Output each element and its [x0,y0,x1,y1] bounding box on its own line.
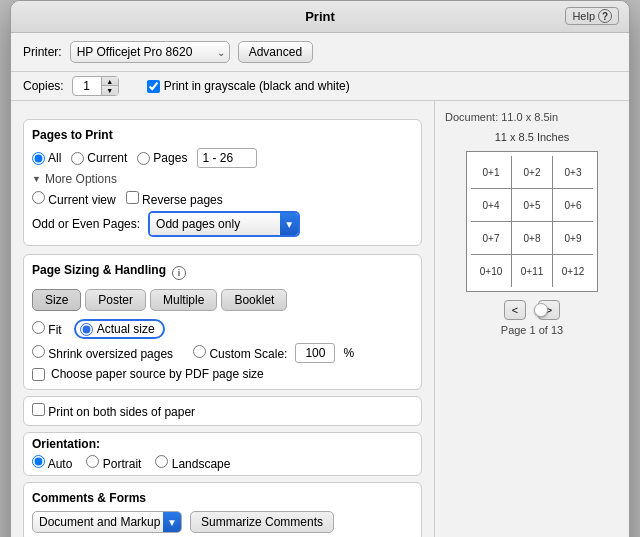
pages-range-input[interactable] [197,148,257,168]
title-bar: Print Help ? [11,1,629,33]
size-tab[interactable]: Size [32,289,81,311]
shrink-label[interactable]: Shrink oversized pages [32,345,173,361]
copies-stepper: ▲ ▼ [101,77,118,95]
preview-size-label: 11 x 8.5 Inches [495,131,570,143]
scale-input[interactable] [295,343,335,363]
copies-label: Copies: [23,79,64,93]
odd-even-row: Odd or Even Pages: Odd pages only All pa… [32,211,413,237]
portrait-radio-label[interactable]: Portrait [86,455,141,471]
fit-radio[interactable] [32,321,45,334]
nav-slider-thumb[interactable] [534,303,548,317]
preview-cell: 0+5 [512,189,552,221]
printer-select-wrapper: HP Officejet Pro 8620 [70,41,230,63]
auto-radio[interactable] [32,455,45,468]
preview-cell: 0+9 [553,222,593,254]
choose-paper-row: Choose paper source by PDF page size [32,367,413,381]
preview-cell: 0+10 [471,255,511,287]
auto-radio-label[interactable]: Auto [32,455,72,471]
sizing-title: Page Sizing & Handling [32,263,166,277]
preview-grid-container: 0+10+20+30+40+50+60+70+80+90+100+110+12 [466,151,598,292]
orientation-title: Orientation: [32,437,100,451]
choose-paper-label: Choose paper source by PDF page size [51,367,264,381]
all-radio-label[interactable]: All [32,151,61,165]
preview-cell: 0+6 [553,189,593,221]
pages-title: Pages to Print [32,128,413,142]
forms-title: Comments & Forms [32,491,413,505]
grayscale-text: Print in grayscale (black and white) [164,79,350,93]
shrink-row: Shrink oversized pages Custom Scale: % [32,343,413,363]
booklet-tab[interactable]: Booklet [221,289,287,311]
preview-cell: 0+11 [512,255,552,287]
fit-radio-label[interactable]: Fit [32,321,62,337]
orientation-row: Auto Portrait Landscape [32,455,413,471]
all-radio[interactable] [32,152,45,165]
duplex-checkbox[interactable] [32,403,45,416]
odd-even-arrow[interactable]: ▼ [280,213,298,235]
page-indicator: Page 1 of 13 [501,324,563,336]
grayscale-label[interactable]: Print in grayscale (black and white) [147,79,350,93]
preview-nav: < > [504,300,560,320]
landscape-radio-label[interactable]: Landscape [155,455,230,471]
preview-cell: 0+8 [512,222,552,254]
copies-input[interactable] [73,77,101,95]
tab-row: Size Poster Multiple Booklet [32,289,413,311]
printer-select[interactable]: HP Officejet Pro 8620 [70,41,230,63]
custom-scale-radio[interactable] [193,345,206,358]
custom-scale-label[interactable]: Custom Scale: [193,345,287,361]
preview-cell: 0+7 [471,222,511,254]
landscape-radio[interactable] [155,455,168,468]
odd-even-select[interactable]: Odd pages only All pages Even pages only [150,213,280,235]
advanced-button[interactable]: Advanced [238,41,313,63]
pages-radio-label[interactable]: Pages [137,151,187,165]
preview-grid: 0+10+20+30+40+50+60+70+80+90+100+110+12 [471,156,593,287]
orientation-section: Orientation: Auto Portrait Landscape [23,432,422,476]
preview-cell: 0+12 [553,255,593,287]
preview-cell: 0+2 [512,156,552,188]
more-options-triangle: ▼ [32,174,41,184]
poster-tab[interactable]: Poster [85,289,146,311]
reverse-pages-checkbox[interactable] [126,191,139,204]
forms-row: Document and Markups Document Document a… [32,511,413,533]
actual-size-radio[interactable] [80,323,93,336]
left-panel: Pages to Print All Current Pages [11,101,434,537]
copies-input-wrap: ▲ ▼ [72,76,119,96]
actual-size-label: Actual size [97,322,155,336]
choose-paper-checkbox[interactable] [32,368,45,381]
forms-select-wrap: Document and Markups Document Document a… [32,511,182,533]
size-options-row: Fit Actual size [32,319,413,339]
forms-select[interactable]: Document and Markups Document Document a… [32,511,182,533]
prev-page-button[interactable]: < [504,300,526,320]
forms-arrow[interactable]: ▼ [163,512,181,532]
multiple-tab[interactable]: Multiple [150,289,217,311]
pages-section: Pages to Print All Current Pages [23,119,422,246]
pages-radio[interactable] [137,152,150,165]
current-view-radio[interactable] [32,191,45,204]
duplex-text: Print on both sides of paper [48,405,195,419]
printer-label: Printer: [23,45,62,59]
odd-even-select-wrap: Odd pages only All pages Even pages only… [148,211,300,237]
current-view-label[interactable]: Current view [32,191,116,207]
duplex-label[interactable]: Print on both sides of paper [32,405,195,419]
more-options-toggle[interactable]: ▼ More Options [32,172,413,186]
forms-section: Comments & Forms Document and Markups Do… [23,482,422,537]
help-label: Help [572,10,595,22]
help-button[interactable]: Help ? [565,7,619,25]
more-options-row: Current view Reverse pages [32,191,413,207]
grayscale-checkbox[interactable] [147,80,160,93]
reverse-pages-label[interactable]: Reverse pages [126,191,223,207]
printer-row: Printer: HP Officejet Pro 8620 Advanced [11,33,629,72]
shrink-radio[interactable] [32,345,45,358]
copies-decrement[interactable]: ▼ [102,86,118,95]
copies-increment[interactable]: ▲ [102,77,118,86]
right-panel: Document: 11.0 x 8.5in 11 x 8.5 Inches 0… [434,101,629,537]
sizing-info-icon[interactable]: i [172,266,186,280]
main-content: Pages to Print All Current Pages [11,101,629,537]
preview-cell: 0+4 [471,189,511,221]
current-radio[interactable] [71,152,84,165]
preview-cell: 0+3 [553,156,593,188]
summarize-button[interactable]: Summarize Comments [190,511,334,533]
current-radio-label[interactable]: Current [71,151,127,165]
portrait-radio[interactable] [86,455,99,468]
actual-size-wrap: Actual size [74,319,165,339]
copies-row: Copies: ▲ ▼ Print in grayscale (black an… [11,72,629,101]
